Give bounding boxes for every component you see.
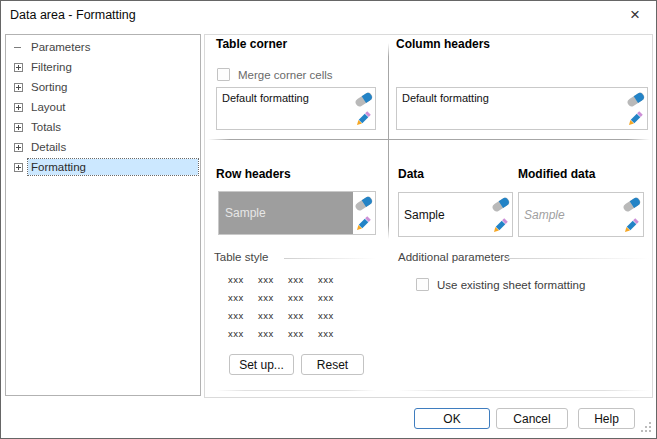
column-headers-format-text: Default formatting — [402, 92, 489, 104]
ok-button[interactable]: OK — [414, 408, 490, 429]
style-preview-cell: xxx — [258, 310, 288, 328]
pencil-icon[interactable] — [626, 110, 645, 127]
table-style-preview: xxxxxxxxxxxxxxxxxxxxxxxxxxxxxxxxxxxxxxxx… — [228, 274, 352, 346]
data-sample-box[interactable]: Sample — [398, 192, 513, 237]
pencil-icon[interactable] — [622, 217, 641, 234]
tree-item-label: Filtering — [28, 59, 198, 75]
cancel-button[interactable]: Cancel — [496, 408, 568, 429]
additional-parameters-label: Additional parameters — [398, 251, 510, 263]
style-preview-cell: xxx — [318, 292, 348, 310]
row-headers-sample-box[interactable]: Sample — [218, 191, 376, 235]
expand-plus-icon[interactable] — [14, 163, 23, 172]
tree-item-sorting[interactable]: Sorting — [6, 77, 200, 97]
tree-item-filtering[interactable]: Filtering — [6, 57, 200, 77]
use-existing-sheet-formatting-checkbox[interactable] — [416, 278, 429, 291]
style-preview-cell: xxx — [318, 328, 348, 346]
tree-item-label: Totals — [28, 119, 198, 135]
merge-corner-cells-checkbox[interactable] — [217, 68, 230, 81]
window-title: Data area - Formatting — [10, 8, 136, 22]
tree-item-label: Sorting — [28, 79, 198, 95]
pencil-icon[interactable] — [354, 110, 373, 127]
row-headers-sample-text: Sample — [225, 206, 266, 220]
tree-item-label: Formatting — [28, 159, 198, 175]
table-style-rule — [284, 258, 376, 259]
row-headers-title: Row headers — [216, 167, 291, 181]
eraser-icon[interactable] — [354, 90, 373, 107]
style-preview-cell: xxx — [258, 274, 288, 292]
resize-grip-icon[interactable] — [640, 422, 651, 433]
modified-data-title: Modified data — [518, 167, 595, 181]
table-corner-title: Table corner — [216, 37, 287, 51]
close-icon[interactable]: × — [621, 4, 649, 26]
eraser-icon[interactable] — [622, 195, 641, 212]
tree-item-label: Parameters — [28, 39, 198, 55]
merge-corner-cells-label: Merge corner cells — [238, 69, 333, 81]
vertical-divider — [388, 43, 389, 239]
expand-plus-icon[interactable] — [14, 103, 23, 112]
tree-item-parameters[interactable]: Parameters — [6, 37, 200, 57]
eraser-icon[interactable] — [354, 194, 373, 211]
set-up-button[interactable]: Set up... — [229, 354, 294, 375]
tree-item-formatting[interactable]: Formatting — [6, 157, 200, 177]
table-corner-format-text: Default formatting — [222, 92, 309, 104]
style-preview-cell: xxx — [288, 310, 318, 328]
expand-plus-icon[interactable] — [14, 143, 23, 152]
table-style-label: Table style — [214, 251, 268, 263]
left-group-fade — [216, 390, 376, 391]
row-headers-sample-preview: Sample — [219, 192, 353, 234]
tree-item-layout[interactable]: Layout — [6, 97, 200, 117]
style-preview-cell: xxx — [318, 310, 348, 328]
help-button[interactable]: Help — [578, 408, 635, 429]
table-corner-format-box[interactable]: Default formatting — [216, 87, 376, 130]
data-area-formatting-dialog: Data area - Formatting × ParametersFilte… — [0, 0, 657, 439]
tree-item-details[interactable]: Details — [6, 137, 200, 157]
data-sample-text: Sample — [404, 208, 445, 222]
pencil-icon[interactable] — [354, 215, 373, 232]
column-headers-title: Column headers — [396, 37, 490, 51]
tree-item-label: Layout — [28, 99, 198, 115]
eraser-icon[interactable] — [491, 195, 510, 212]
style-preview-cell: xxx — [258, 328, 288, 346]
data-title: Data — [398, 167, 424, 181]
style-preview-cell: xxx — [228, 310, 258, 328]
parameters-tree: ParametersFilteringSortingLayoutTotalsDe… — [5, 34, 201, 396]
style-preview-cell: xxx — [228, 328, 258, 346]
tree-item-totals[interactable]: Totals — [6, 117, 200, 137]
modified-data-sample-box[interactable]: Sample — [518, 192, 644, 237]
style-preview-cell: xxx — [228, 292, 258, 310]
style-preview-cell: xxx — [228, 274, 258, 292]
style-preview-cell: xxx — [318, 274, 348, 292]
pencil-icon[interactable] — [491, 217, 510, 234]
column-headers-format-box[interactable]: Default formatting — [396, 87, 648, 130]
use-existing-sheet-formatting-label: Use existing sheet formatting — [437, 279, 585, 291]
modified-data-sample-text: Sample — [524, 208, 565, 222]
expand-plus-icon[interactable] — [14, 123, 23, 132]
expand-plus-icon[interactable] — [14, 63, 23, 72]
reset-button[interactable]: Reset — [301, 354, 364, 375]
additional-parameters-rule — [507, 258, 650, 259]
expand-plus-icon[interactable] — [14, 83, 23, 92]
style-preview-cell: xxx — [258, 292, 288, 310]
right-group-fade — [398, 390, 649, 391]
style-preview-cell: xxx — [288, 274, 318, 292]
eraser-icon[interactable] — [626, 90, 645, 107]
style-preview-cell: xxx — [288, 328, 318, 346]
tree-item-label: Details — [28, 139, 198, 155]
horizontal-divider — [208, 139, 650, 140]
collapse-minus-icon[interactable] — [14, 43, 23, 52]
style-preview-cell: xxx — [288, 292, 318, 310]
